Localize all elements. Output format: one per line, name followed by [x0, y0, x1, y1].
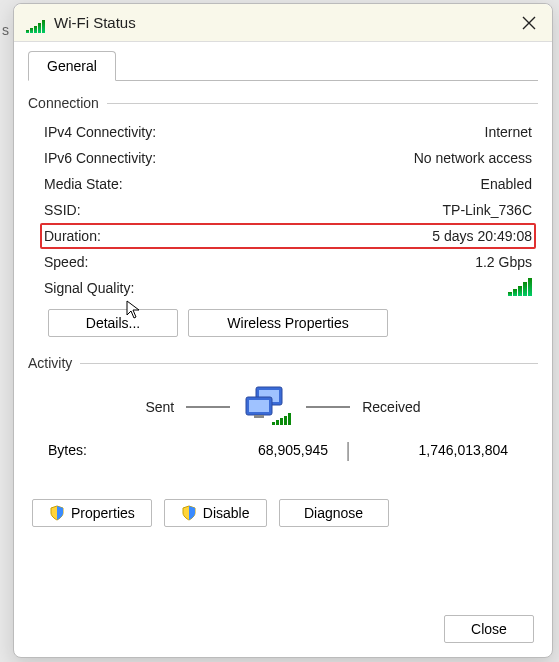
activity-group: Activity Sent — [28, 355, 538, 465]
ipv4-label: IPv4 Connectivity: — [44, 124, 156, 140]
window-title: Wi-Fi Status — [54, 14, 514, 31]
speed-label: Speed: — [44, 254, 88, 270]
row-duration: Duration: 5 days 20:49:08 — [40, 223, 536, 249]
received-label: Received — [362, 399, 420, 415]
close-button[interactable]: Close — [444, 615, 534, 643]
ssid-value: TP-Link_736C — [443, 202, 533, 218]
ipv6-value: No network access — [414, 150, 532, 166]
wifi-icon — [26, 13, 46, 33]
svg-rect-8 — [284, 416, 287, 425]
speed-value: 1.2 Gbps — [475, 254, 532, 270]
media-label: Media State: — [44, 176, 123, 192]
row-ssid: SSID: TP-Link_736C — [44, 197, 532, 223]
signal-icon — [508, 278, 532, 299]
disable-button[interactable]: Disable — [164, 499, 267, 527]
ssid-label: SSID: — [44, 202, 81, 218]
wireless-properties-button[interactable]: Wireless Properties — [188, 309, 388, 337]
svg-rect-5 — [272, 422, 275, 425]
properties-button[interactable]: Properties — [32, 499, 152, 527]
row-media: Media State: Enabled — [44, 171, 532, 197]
tabstrip: General — [28, 50, 538, 81]
bytes-sent-value: 68,905,945 — [178, 442, 328, 458]
svg-rect-9 — [288, 413, 291, 425]
duration-value: 5 days 20:49:08 — [432, 228, 532, 244]
connection-group: Connection IPv4 Connectivity: Internet I… — [28, 95, 538, 337]
close-icon[interactable] — [514, 8, 544, 38]
signal-label: Signal Quality: — [44, 280, 134, 296]
connection-header: Connection — [28, 95, 99, 111]
divider-right — [306, 406, 350, 408]
network-monitors-icon — [242, 385, 294, 429]
svg-rect-6 — [276, 420, 279, 425]
row-speed: Speed: 1.2 Gbps — [44, 249, 532, 275]
sent-label: Sent — [145, 399, 174, 415]
properties-button-label: Properties — [71, 505, 135, 521]
row-signal: Signal Quality: — [44, 275, 532, 301]
svg-rect-4 — [254, 415, 264, 418]
action-row: Properties Disable Diagnose — [28, 483, 538, 531]
activity-header: Activity — [28, 355, 72, 371]
shield-icon — [181, 505, 197, 521]
row-ipv4: IPv4 Connectivity: Internet — [44, 119, 532, 145]
svg-rect-3 — [249, 400, 269, 412]
row-bytes: Bytes: 68,905,945 | 1,746,013,804 — [38, 435, 528, 465]
disable-button-label: Disable — [203, 505, 250, 521]
tab-general[interactable]: General — [28, 51, 116, 81]
wifi-status-window: Wi-Fi Status General Connection IPv4 Con… — [13, 3, 553, 658]
duration-label: Duration: — [44, 228, 101, 244]
bytes-label: Bytes: — [38, 442, 178, 458]
background-letter: s — [0, 22, 9, 38]
bytes-received-value: 1,746,013,804 — [368, 442, 528, 458]
titlebar: Wi-Fi Status — [14, 4, 552, 42]
ipv4-value: Internet — [485, 124, 532, 140]
diagnose-button[interactable]: Diagnose — [279, 499, 389, 527]
bytes-separator: | — [328, 439, 368, 462]
ipv6-label: IPv6 Connectivity: — [44, 150, 156, 166]
svg-rect-7 — [280, 418, 283, 425]
row-ipv6: IPv6 Connectivity: No network access — [44, 145, 532, 171]
details-button[interactable]: Details... — [48, 309, 178, 337]
shield-icon — [49, 505, 65, 521]
media-value: Enabled — [481, 176, 532, 192]
footer: Close — [14, 603, 552, 657]
divider-left — [186, 406, 230, 408]
